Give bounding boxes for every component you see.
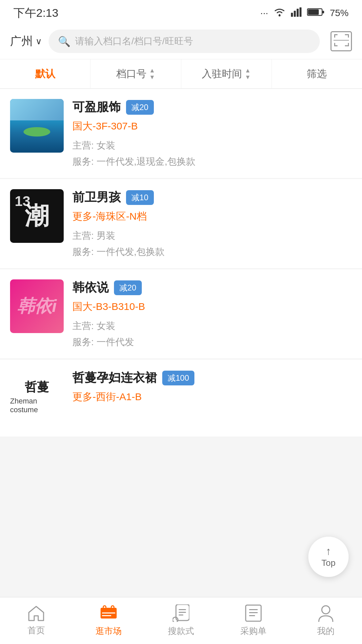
top-button[interactable]: ↑ Top bbox=[308, 537, 349, 577]
chevron-down-icon: ∨ bbox=[36, 36, 42, 47]
store-card-3[interactable]: 韩依i 韩依说 减20 国大-B3-B310-B 主营: 女装 服务: 一件代发 bbox=[0, 269, 362, 359]
store-info-4: 哲蔓孕妇连衣裙 减100 更多-西街-A1-B bbox=[72, 370, 352, 410]
signal-icon bbox=[291, 7, 302, 19]
discount-badge-1: 减20 bbox=[126, 100, 154, 115]
sort-time-label: 入驻时间 bbox=[202, 67, 242, 81]
battery-icon bbox=[307, 7, 324, 19]
svg-point-31 bbox=[322, 606, 330, 614]
nav-market-label: 逛市场 bbox=[96, 625, 122, 637]
sort-time-arrows: ▲ ▼ bbox=[245, 67, 251, 80]
battery-percentage: 75% bbox=[330, 8, 349, 18]
discount-badge-4: 减100 bbox=[162, 371, 194, 385]
nav-mine-label: 我的 bbox=[317, 625, 335, 637]
store-card-2[interactable]: 13 潮 前卫男孩 减10 更多-海珠区-N档 主营: 男装 服务: 一件代发,… bbox=[0, 179, 362, 269]
header: 广州 ∨ 🔍 请输入档口名/档口号/旺旺号 bbox=[0, 23, 362, 59]
location-text: 广州 bbox=[10, 34, 33, 49]
status-time: 下午2:13 bbox=[13, 5, 58, 21]
store-info-2: 前卫男孩 减10 更多-海珠区-N档 主营: 男装 服务: 一件代发,包换款 bbox=[72, 189, 352, 258]
sort-bar: 默认 档口号 ▲ ▼ 入驻时间 ▲ ▼ 筛选 bbox=[0, 59, 362, 89]
store-location-3: 国大-B3-B310-B bbox=[72, 300, 352, 314]
store-name-4: 哲蔓孕妇连衣裙 bbox=[72, 370, 157, 386]
nav-search-label: 搜款式 bbox=[168, 625, 194, 637]
store-name-row-3: 韩依说 减20 bbox=[72, 279, 352, 296]
dots-icon: ··· bbox=[260, 8, 268, 18]
bottom-nav: 首页 逛市场 搜款式 采购单 bbox=[0, 597, 362, 644]
purchase-icon bbox=[245, 604, 262, 622]
search-bar[interactable]: 🔍 请输入档口名/档口号/旺旺号 bbox=[49, 30, 320, 53]
svg-rect-7 bbox=[308, 9, 319, 15]
location-selector[interactable]: 广州 ∨ bbox=[10, 34, 42, 49]
store-thumb-1 bbox=[10, 99, 64, 153]
store-image-2: 13 潮 bbox=[10, 189, 64, 243]
svg-rect-3 bbox=[297, 9, 299, 17]
svg-rect-24 bbox=[179, 614, 183, 615]
svg-rect-10 bbox=[345, 34, 348, 35]
sort-stall[interactable]: 档口号 ▲ ▼ bbox=[90, 59, 181, 88]
nav-mine[interactable]: 我的 bbox=[290, 597, 362, 644]
top-arrow-icon: ↑ bbox=[326, 546, 331, 556]
store-image-4: 哲蔓 Zheman costume bbox=[10, 370, 64, 423]
svg-rect-22 bbox=[179, 609, 186, 610]
svg-point-25 bbox=[173, 617, 178, 622]
home-icon bbox=[27, 605, 45, 621]
store-name-2: 前卫男孩 bbox=[72, 189, 121, 206]
discount-badge-2: 减10 bbox=[126, 190, 154, 205]
svg-rect-6 bbox=[322, 11, 324, 13]
svg-rect-11 bbox=[348, 34, 349, 38]
status-bar: 下午2:13 ··· 75% bbox=[0, 0, 362, 23]
svg-rect-28 bbox=[249, 609, 258, 610]
discount-badge-3: 减20 bbox=[114, 280, 142, 295]
svg-rect-16 bbox=[334, 40, 349, 41]
sort-default-label: 默认 bbox=[35, 67, 55, 81]
store-name-1: 可盈服饰 bbox=[72, 99, 121, 115]
person-icon bbox=[317, 604, 334, 622]
svg-rect-1 bbox=[291, 13, 293, 17]
sort-filter[interactable]: 筛选 bbox=[272, 59, 362, 88]
store-location-4: 更多-西街-A1-B bbox=[72, 390, 352, 404]
svg-rect-4 bbox=[299, 7, 301, 17]
store-list: 可盈服饰 减20 国大-3F-307-B 主营: 女装 服务: 一件代发,退现金… bbox=[0, 89, 362, 437]
nav-purchase[interactable]: 采购单 bbox=[217, 597, 290, 644]
svg-rect-20 bbox=[102, 612, 115, 613]
sort-stall-arrows: ▲ ▼ bbox=[149, 67, 155, 80]
store-main-product-2: 主营: 男装 bbox=[72, 229, 352, 242]
sort-default[interactable]: 默认 bbox=[0, 59, 90, 88]
store-info-3: 韩依说 减20 国大-B3-B310-B 主营: 女装 服务: 一件代发 bbox=[72, 279, 352, 348]
store-thumb-2: 13 潮 bbox=[10, 189, 64, 243]
store-thumb-3: 韩依i bbox=[10, 279, 64, 333]
store-main-product-3: 主营: 女装 bbox=[72, 320, 352, 332]
svg-rect-30 bbox=[249, 615, 255, 616]
nav-search[interactable]: 搜款式 bbox=[145, 597, 217, 644]
sort-time[interactable]: 入驻时间 ▲ ▼ bbox=[181, 59, 272, 88]
search-icon: 🔍 bbox=[58, 36, 70, 47]
store-service-3: 服务: 一件代发 bbox=[72, 336, 352, 348]
svg-point-0 bbox=[279, 14, 281, 16]
store-card-4[interactable]: 哲蔓 Zheman costume 哲蔓孕妇连衣裙 减100 更多-西街-A1-… bbox=[0, 360, 362, 437]
svg-rect-2 bbox=[294, 11, 296, 17]
status-icons: ··· 75% bbox=[260, 7, 349, 19]
search-style-icon bbox=[173, 604, 189, 622]
sort-stall-label: 档口号 bbox=[116, 67, 146, 81]
search-placeholder-text: 请输入档口名/档口号/旺旺号 bbox=[75, 35, 193, 48]
nav-home-label: 首页 bbox=[27, 625, 45, 636]
market-icon bbox=[99, 604, 119, 622]
wifi-icon bbox=[274, 7, 286, 19]
store-main-product-1: 主营: 女装 bbox=[72, 139, 352, 152]
nav-home[interactable]: 首页 bbox=[0, 597, 72, 644]
svg-rect-9 bbox=[334, 34, 335, 38]
svg-rect-13 bbox=[334, 43, 335, 46]
store-location-1: 国大-3F-307-B bbox=[72, 119, 352, 133]
store-service-2: 服务: 一件代发,包换款 bbox=[72, 246, 352, 258]
store-service-1: 服务: 一件代发,退现金,包换款 bbox=[72, 155, 352, 168]
top-label: Top bbox=[321, 558, 336, 568]
nav-market[interactable]: 逛市场 bbox=[72, 597, 145, 644]
svg-rect-23 bbox=[179, 612, 186, 613]
store-name-row-2: 前卫男孩 减10 bbox=[72, 189, 352, 206]
store-name-row-1: 可盈服饰 减20 bbox=[72, 99, 352, 115]
store-name-row-4: 哲蔓孕妇连衣裙 减100 bbox=[72, 370, 352, 386]
store-card-1[interactable]: 可盈服饰 减20 国大-3F-307-B 主营: 女装 服务: 一件代发,退现金… bbox=[0, 89, 362, 178]
sort-filter-label: 筛选 bbox=[307, 67, 327, 81]
svg-rect-15 bbox=[348, 43, 349, 46]
store-location-2: 更多-海珠区-N档 bbox=[72, 210, 352, 223]
scan-icon[interactable] bbox=[330, 31, 352, 51]
